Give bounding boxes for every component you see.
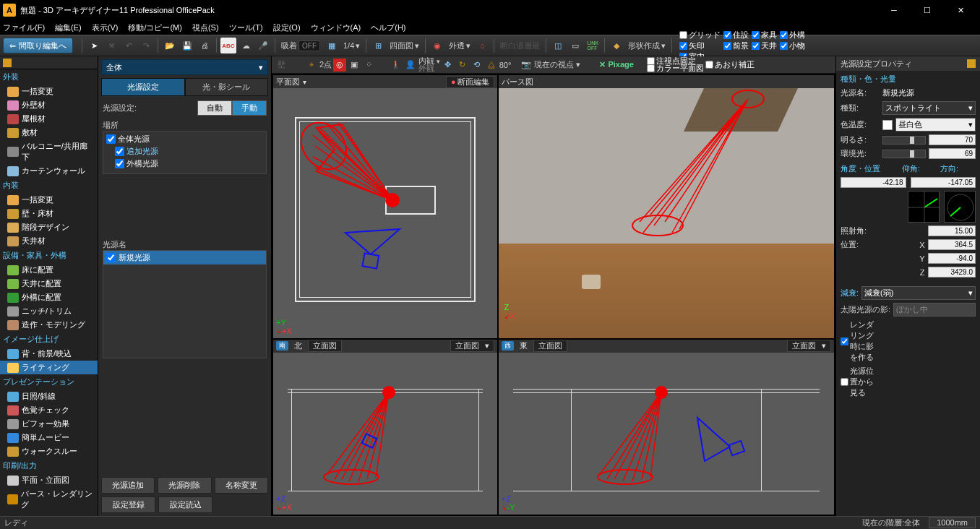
menu-file[interactable]: ファイル(F) bbox=[3, 22, 45, 33]
crop-icon[interactable]: ▭ bbox=[567, 38, 583, 53]
nav-item[interactable]: 日照/斜線 bbox=[0, 390, 98, 403]
chk-equipment[interactable]: 住設 bbox=[723, 30, 749, 40]
nav-item[interactable]: 床に配置 bbox=[0, 263, 98, 277]
place-all[interactable]: 全体光源 bbox=[105, 133, 265, 145]
chk-arrow[interactable]: 矢印 bbox=[679, 40, 721, 51]
status-zoom[interactable]: 1000mm bbox=[929, 517, 976, 528]
chk-view-from-light[interactable]: 光源位置から見る bbox=[841, 366, 880, 398]
viewport-perspective[interactable]: パース図 Z↙X bbox=[499, 75, 834, 338]
link-icon[interactable]: LINKOFF bbox=[585, 38, 601, 53]
pointer-icon[interactable]: ➤ bbox=[86, 38, 102, 53]
wall-icon[interactable]: 壁 bbox=[275, 59, 288, 72]
load-settings-button[interactable]: 設定読込 bbox=[158, 496, 212, 513]
walk-icon[interactable]: 🚶 bbox=[390, 59, 403, 72]
nav-item[interactable]: ビフォー効果 bbox=[0, 417, 98, 431]
elev-dd-1[interactable]: 立面図 bbox=[308, 340, 342, 352]
save-icon[interactable]: 💾 bbox=[179, 38, 195, 53]
decay-select[interactable]: 減衰(弱)▾ bbox=[861, 286, 976, 300]
house-icon[interactable]: ⌂ bbox=[474, 38, 490, 53]
open-icon[interactable]: 📂 bbox=[162, 38, 178, 53]
menu-tool[interactable]: ツール(T) bbox=[229, 22, 263, 33]
nav-item[interactable]: 一括変更 bbox=[0, 193, 98, 207]
menu-view[interactable]: 表示(V) bbox=[92, 22, 119, 33]
brightness-input[interactable] bbox=[929, 134, 976, 145]
chk-ceiling[interactable]: 天井 bbox=[752, 40, 777, 51]
chk-accessory[interactable]: 小物 bbox=[780, 40, 805, 51]
env-input[interactable] bbox=[929, 148, 976, 159]
viewmode-select[interactable]: 四面図 ▾ bbox=[387, 40, 422, 51]
west-pill[interactable]: 西 bbox=[502, 341, 514, 350]
grid-ratio[interactable]: 1/4 ▾ bbox=[340, 41, 363, 51]
grid-icon[interactable]: ▦ bbox=[324, 38, 340, 53]
redo-icon[interactable]: ↷ bbox=[138, 38, 154, 53]
right-collapse-icon[interactable] bbox=[967, 59, 976, 68]
place-exterior[interactable]: 外構光源 bbox=[105, 158, 265, 170]
lightname-item[interactable]: 新規光源 bbox=[103, 251, 266, 264]
mic-icon[interactable]: 🎤 bbox=[255, 38, 271, 53]
pan-icon[interactable]: ⤧ bbox=[103, 38, 119, 53]
pixage-button[interactable]: ✕ Pixage bbox=[595, 60, 638, 69]
shape-icon[interactable]: ◆ bbox=[609, 38, 624, 53]
section-edit-button[interactable]: ●断面編集 bbox=[446, 76, 494, 88]
box-icon[interactable]: ▣ bbox=[348, 59, 361, 72]
light-mode-manual[interactable]: 手動 bbox=[232, 100, 267, 116]
select-box-icon[interactable]: ◫ bbox=[550, 38, 566, 53]
nav-item[interactable]: 天井に配置 bbox=[0, 277, 98, 291]
viewpoint-select[interactable]: 現在の視点 ▾ bbox=[534, 59, 580, 70]
tab-light-shadow-seal[interactable]: 光・影シール bbox=[185, 78, 269, 96]
menu-settings[interactable]: 設定(O) bbox=[273, 22, 301, 33]
cloud-icon[interactable]: ☁ bbox=[238, 38, 254, 53]
chk-colorplan[interactable]: カラー平面図 bbox=[647, 64, 704, 72]
nav-item[interactable]: 平面・立面図 bbox=[0, 473, 98, 487]
nav-item[interactable]: 壁・床材 bbox=[0, 207, 98, 220]
nav-item[interactable]: ニッチ/トリム bbox=[0, 304, 98, 318]
chk-exterior-items[interactable]: 外構 bbox=[780, 30, 805, 40]
tab-light-settings[interactable]: 光源設定 bbox=[101, 78, 185, 96]
close-button[interactable]: ✕ bbox=[944, 0, 977, 20]
sunshadow-select[interactable]: ぼかし中 bbox=[893, 303, 976, 317]
elev-dd-4[interactable]: 立面図▾ bbox=[787, 340, 831, 352]
color-swatch[interactable] bbox=[882, 120, 893, 130]
viewport-plan[interactable]: 平面図 ▾ ●断面編集 +Y↳+X bbox=[273, 75, 497, 338]
chk-furniture[interactable]: 家具 bbox=[752, 30, 777, 40]
trans-select[interactable]: 外透 ▾ bbox=[446, 40, 473, 51]
minimize-button[interactable]: ─ bbox=[877, 0, 911, 20]
light-mode-segment[interactable]: 自動 手動 bbox=[197, 100, 267, 116]
add-light-button[interactable]: 光源追加 bbox=[101, 477, 155, 494]
place-tree[interactable]: 全体光源 追加光源 外構光源 bbox=[103, 131, 267, 174]
posy-input[interactable] bbox=[928, 253, 976, 264]
nav-item[interactable]: 外壁材 bbox=[0, 98, 98, 112]
nav-item[interactable]: バルコニー/共用廊下 bbox=[0, 139, 98, 164]
nav-item[interactable]: 造作・モデリング bbox=[0, 318, 98, 332]
light-mode-auto[interactable]: 自動 bbox=[197, 100, 232, 116]
elev-input[interactable] bbox=[841, 177, 906, 188]
nav-item[interactable]: 天井材 bbox=[0, 234, 98, 248]
lightname-list[interactable]: 新規光源 bbox=[103, 250, 267, 358]
maximize-button[interactable]: ☐ bbox=[911, 0, 944, 20]
brightness-slider[interactable] bbox=[882, 136, 926, 145]
compass-icon[interactable]: ⧋ bbox=[485, 59, 498, 72]
nav-item[interactable]: 階段デザイン bbox=[0, 220, 98, 234]
abc-icon[interactable]: ABC bbox=[220, 38, 236, 53]
dir-input[interactable] bbox=[911, 177, 976, 188]
shape-select[interactable]: 形状作成 ▾ bbox=[625, 40, 669, 51]
orbit-icon[interactable]: ⟲ bbox=[470, 59, 483, 72]
elev-dd-2[interactable]: 立面図▾ bbox=[450, 340, 494, 352]
target-icon[interactable]: ◎ bbox=[333, 59, 346, 72]
delete-light-button[interactable]: 光源削除 bbox=[158, 477, 211, 494]
back-to-floorplan-button[interactable]: ⇐ 間取り編集へ bbox=[3, 38, 73, 53]
east-pill[interactable]: 東 bbox=[517, 340, 530, 351]
nav-item[interactable]: 背・前景/映込 bbox=[0, 347, 98, 361]
menu-move[interactable]: 移動/コピー(M) bbox=[128, 22, 182, 33]
trans-icon[interactable]: ◉ bbox=[429, 38, 445, 53]
dots-icon[interactable]: ⁘ bbox=[362, 59, 375, 72]
menu-window[interactable]: ウィンドウ(A) bbox=[311, 22, 361, 33]
camera-icon[interactable]: 📷 bbox=[520, 59, 533, 72]
chk-grid[interactable]: グリッド bbox=[679, 30, 721, 40]
dir-dial[interactable] bbox=[944, 191, 976, 223]
elev-dial[interactable] bbox=[908, 191, 940, 223]
irr-input[interactable] bbox=[928, 225, 976, 236]
place-additional[interactable]: 追加光源 bbox=[105, 145, 265, 158]
save-settings-button[interactable]: 設定登録 bbox=[101, 496, 155, 513]
menu-edit[interactable]: 編集(E) bbox=[55, 22, 82, 33]
